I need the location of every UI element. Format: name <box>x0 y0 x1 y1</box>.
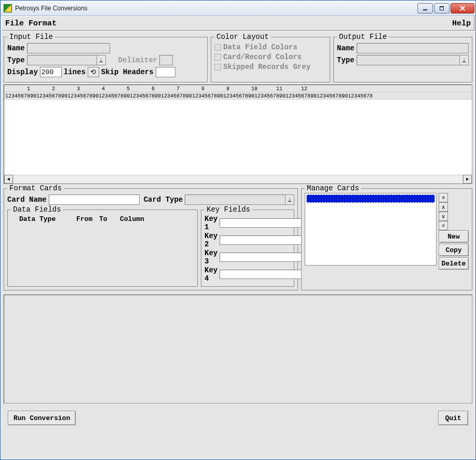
bottom-button-row: Run Conversion Quit <box>4 405 472 431</box>
display-lines-field[interactable] <box>40 67 62 77</box>
key1-field[interactable] <box>220 218 306 228</box>
quit-button[interactable]: Quit <box>438 411 468 425</box>
client-area: Input File Name Type ↓ Delimiter Display <box>2 32 474 458</box>
manage-cards-list[interactable] <box>305 193 437 266</box>
column-header: Column <box>120 215 144 223</box>
data-type-header: Data Type <box>14 215 76 223</box>
minimize-icon <box>423 9 427 10</box>
card-record-colors-checkbox[interactable] <box>214 54 221 61</box>
output-file-group: Output File Name Type ↓ <box>333 37 472 82</box>
format-cards-legend: Format Cards <box>7 184 64 192</box>
maximize-button[interactable] <box>434 3 450 13</box>
color-layout-legend: Color Layout <box>214 33 271 41</box>
list-item[interactable] <box>306 194 435 203</box>
key4-field[interactable] <box>220 270 306 279</box>
chevron-down-icon: ∨ <box>442 213 445 220</box>
key2-field[interactable] <box>220 235 306 245</box>
double-chevron-down-icon: » <box>440 224 446 228</box>
move-bottom-button[interactable]: » <box>439 221 448 230</box>
app-window: Petrosys File Conversions File Format He… <box>0 0 476 460</box>
move-up-button[interactable]: ∧ <box>439 202 448 212</box>
delimiter-label: Delimiter <box>118 56 158 64</box>
output-type-dropdown-button[interactable]: ↓ <box>459 55 469 65</box>
data-field-colors-label: Data Field Colors <box>223 43 297 51</box>
card-name-label: Card Name <box>7 196 47 204</box>
chevron-up-icon: ∧ <box>442 204 445 211</box>
double-chevron-up-icon: « <box>440 196 446 200</box>
menubar: File Format Help <box>2 16 474 31</box>
input-type-dropdown-button[interactable]: ↓ <box>97 55 106 65</box>
delete-button[interactable]: Delete <box>439 257 469 270</box>
display-label: Display <box>7 68 38 76</box>
card-type-field[interactable] <box>185 194 285 205</box>
chevron-down-icon: ↓ <box>99 57 103 63</box>
details-panel <box>4 295 472 403</box>
skip-headers-field[interactable] <box>156 67 175 77</box>
preview-panel: 1 2 3 4 5 6 7 8 9 10 11 12 1234567890123… <box>4 85 472 184</box>
key3-field[interactable] <box>220 253 306 262</box>
delimiter-field[interactable] <box>159 55 173 65</box>
key2-label: Key 2 <box>205 232 217 248</box>
color-layout-group: Color Layout Data Field Colors Card/Reco… <box>211 37 330 82</box>
move-top-button[interactable]: « <box>439 193 448 202</box>
data-fields-group: Data Fields Data Type From To Column <box>7 210 198 287</box>
menu-file-format[interactable]: File Format <box>5 19 57 28</box>
copy-button[interactable]: Copy <box>439 244 469 256</box>
input-file-legend: Input File <box>7 33 55 41</box>
chevron-down-icon: ↓ <box>288 196 292 202</box>
chevron-down-icon: ↓ <box>463 57 466 63</box>
card-type-dropdown-button[interactable]: ↓ <box>285 194 294 205</box>
titlebar: Petrosys File Conversions <box>1 1 475 16</box>
key1-label: Key 1 <box>205 215 217 231</box>
scroll-left-button[interactable]: ◄ <box>4 175 13 184</box>
close-icon <box>460 6 465 11</box>
ruler-units-row: 1234567890123456789012345678901234567890… <box>4 92 472 100</box>
card-record-colors-label: Card/Record Colors <box>223 53 302 61</box>
skip-headers-label: Skip Headers <box>101 68 154 76</box>
chevron-right-icon: ► <box>466 177 469 182</box>
menu-help[interactable]: Help <box>452 19 471 28</box>
output-name-field[interactable] <box>357 43 469 53</box>
key3-label: Key 3 <box>205 249 217 266</box>
data-fields-legend: Data Fields <box>11 205 63 214</box>
from-header: From <box>76 215 99 223</box>
skipped-records-grey-label: Skipped Records Grey <box>223 63 310 71</box>
data-field-colors-checkbox[interactable] <box>214 44 221 51</box>
card-name-field[interactable] <box>49 194 140 205</box>
skipped-records-grey-checkbox[interactable] <box>214 64 221 71</box>
key-fields-group: Key Fields Key 1 Key 2 Key 3 Key 4 <box>201 210 294 287</box>
chevron-left-icon: ◄ <box>7 177 10 182</box>
file-preview-area[interactable] <box>4 100 472 175</box>
new-button[interactable]: New <box>439 230 469 243</box>
refresh-icon: ⟲ <box>90 68 96 76</box>
scroll-right-button[interactable]: ► <box>463 175 472 184</box>
scroll-track[interactable] <box>13 175 463 184</box>
close-button[interactable] <box>451 3 474 13</box>
key4-label: Key 4 <box>205 266 217 283</box>
maximize-icon <box>440 6 444 10</box>
window-title: Petrosys File Conversions <box>15 5 417 12</box>
manage-cards-group: Manage Cards « ∧ ∨ » New <box>301 188 472 290</box>
format-cards-group: Format Cards Card Name Card Type ↓ Data … <box>4 188 298 290</box>
move-down-button[interactable]: ∨ <box>439 212 448 221</box>
input-name-label: Name <box>7 44 25 52</box>
input-file-group: Input File Name Type ↓ Delimiter Display <box>4 37 208 82</box>
app-icon <box>4 4 12 12</box>
to-header: To <box>99 215 120 223</box>
ruler-tens-row: 1 2 3 4 5 6 7 8 9 10 11 12 <box>4 85 472 92</box>
card-type-label: Card Type <box>144 196 183 204</box>
manage-cards-legend: Manage Cards <box>305 184 361 192</box>
lines-label: lines <box>64 68 86 76</box>
input-type-label: Type <box>7 56 25 64</box>
horizontal-scrollbar[interactable]: ◄ ► <box>4 175 472 184</box>
refresh-button[interactable]: ⟲ <box>88 67 99 77</box>
key-fields-legend: Key Fields <box>205 205 252 214</box>
output-type-label: Type <box>337 56 355 64</box>
run-conversion-button[interactable]: Run Conversion <box>8 411 76 425</box>
output-type-field[interactable] <box>357 55 460 65</box>
output-file-legend: Output File <box>337 33 389 41</box>
input-name-field[interactable] <box>27 43 110 53</box>
minimize-button[interactable] <box>417 3 433 13</box>
output-name-label: Name <box>337 44 355 52</box>
input-type-field[interactable] <box>27 55 97 65</box>
